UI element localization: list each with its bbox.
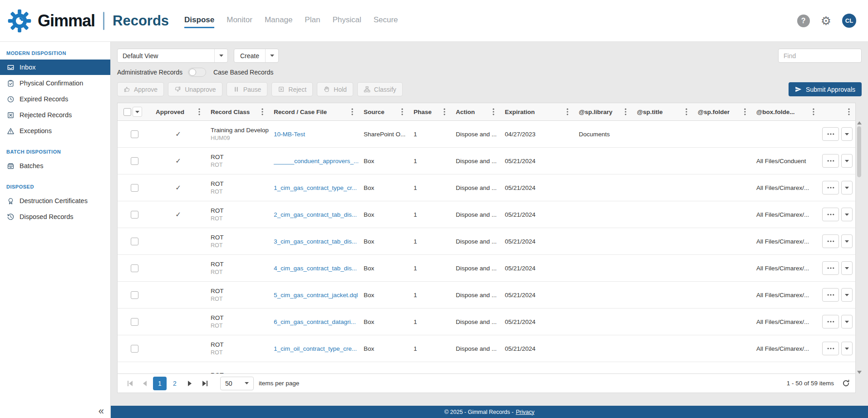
page-button-2[interactable]: 2 bbox=[168, 377, 182, 390]
record-file-link[interactable]: 1_cim_oil_contract_type_cre... bbox=[274, 345, 357, 352]
create-dropdown-arrow-icon[interactable] bbox=[265, 49, 278, 62]
find-input[interactable] bbox=[778, 49, 862, 63]
records-mode-toggle[interactable] bbox=[188, 68, 206, 77]
record-file-link[interactable]: 6_cim_gas_contract_datagri... bbox=[274, 318, 356, 325]
unapprove-button[interactable]: Unapprove bbox=[168, 82, 222, 96]
submit-approvals-button[interactable]: Submit Approvals bbox=[789, 82, 862, 96]
chevron-down-icon[interactable] bbox=[214, 49, 227, 62]
column-header-sp-folder[interactable]: @sp.folder bbox=[693, 103, 751, 120]
sidebar-item-exceptions[interactable]: Exceptions bbox=[0, 123, 110, 139]
row-dropdown-button[interactable] bbox=[841, 288, 853, 302]
row-dropdown-button[interactable] bbox=[841, 234, 853, 248]
column-menu-icon[interactable] bbox=[565, 107, 570, 116]
avatar[interactable]: CL bbox=[842, 14, 856, 28]
reject-button[interactable]: Reject bbox=[271, 82, 313, 96]
page-button-1[interactable]: 1 bbox=[153, 377, 167, 390]
record-file-link[interactable]: 4_cim_gas_contract_tab_dis... bbox=[274, 265, 357, 272]
refresh-icon[interactable] bbox=[842, 379, 850, 387]
row-more-button[interactable] bbox=[822, 127, 839, 141]
record-file-link[interactable]: 2_cim_gas_contract_tab_dis... bbox=[274, 211, 357, 218]
column-header-box-folde[interactable]: @box.folde... bbox=[751, 103, 820, 120]
scrollbar-thumb[interactable] bbox=[857, 126, 861, 177]
page-size-select[interactable]: 50 bbox=[220, 377, 254, 390]
column-menu-icon[interactable] bbox=[623, 107, 628, 116]
record-file-link[interactable]: 5_cim_gas_contract_jacket.dql bbox=[274, 292, 358, 299]
gimmal-logo[interactable]: Gimmal Records bbox=[7, 9, 169, 33]
row-dropdown-button[interactable] bbox=[841, 181, 853, 194]
sidebar-item-destruction-certificates[interactable]: Destruction Certificates bbox=[0, 193, 110, 209]
row-more-button[interactable] bbox=[822, 208, 839, 221]
column-header-phase[interactable]: Phase bbox=[409, 103, 451, 120]
row-checkbox[interactable] bbox=[131, 264, 138, 272]
select-options-arrow-icon[interactable] bbox=[133, 107, 142, 117]
column-menu-icon[interactable] bbox=[442, 107, 447, 116]
last-page-button[interactable] bbox=[198, 377, 212, 390]
row-checkbox[interactable] bbox=[131, 318, 138, 326]
row-more-button[interactable] bbox=[822, 234, 839, 248]
help-icon[interactable]: ? bbox=[797, 15, 810, 27]
approve-button[interactable]: Approve bbox=[117, 82, 164, 96]
row-more-button[interactable] bbox=[822, 154, 839, 168]
nav-physical[interactable]: Physical bbox=[332, 15, 361, 28]
column-header-record-case-file[interactable]: Record / Case File bbox=[269, 103, 359, 120]
column-header-expiration[interactable]: Expiration bbox=[500, 103, 574, 120]
row-checkbox[interactable] bbox=[131, 184, 138, 192]
sidebar-item-batches[interactable]: Batches bbox=[0, 158, 110, 174]
sidebar-collapse-button[interactable]: « bbox=[99, 406, 104, 416]
row-more-button[interactable] bbox=[822, 181, 839, 194]
grid-menu-icon[interactable] bbox=[847, 107, 851, 116]
row-dropdown-button[interactable] bbox=[841, 154, 853, 168]
column-menu-icon[interactable] bbox=[260, 107, 265, 116]
row-dropdown-button[interactable] bbox=[841, 208, 853, 221]
column-header-approved[interactable]: Approved bbox=[151, 103, 206, 120]
prev-page-button[interactable] bbox=[138, 377, 152, 390]
column-menu-icon[interactable] bbox=[684, 107, 689, 116]
column-header-sp-title[interactable]: @sp.title bbox=[632, 103, 693, 120]
first-page-button[interactable] bbox=[123, 377, 137, 390]
row-dropdown-button[interactable] bbox=[841, 315, 853, 328]
row-dropdown-button[interactable] bbox=[841, 127, 853, 141]
column-menu-icon[interactable] bbox=[743, 107, 747, 116]
scroll-up-icon[interactable] bbox=[857, 121, 862, 124]
row-dropdown-button[interactable] bbox=[841, 342, 853, 355]
hold-button[interactable]: Hold bbox=[317, 82, 353, 96]
sidebar-item-expired-records[interactable]: Expired Records bbox=[0, 91, 110, 107]
row-dropdown-button[interactable] bbox=[841, 261, 853, 275]
column-menu-icon[interactable] bbox=[491, 107, 496, 116]
classify-button[interactable]: Classify bbox=[357, 82, 403, 96]
row-more-button[interactable] bbox=[822, 315, 839, 328]
column-header-source[interactable]: Source bbox=[359, 103, 409, 120]
record-file-link[interactable]: 1_cim_gas_contract_type_cr... bbox=[274, 184, 357, 191]
row-more-button[interactable] bbox=[822, 342, 839, 355]
sidebar-item-physical-confirmation[interactable]: Physical Confirmation bbox=[0, 75, 110, 91]
sidebar-item-rejected-records[interactable]: Rejected Records bbox=[0, 107, 110, 123]
row-checkbox[interactable] bbox=[131, 157, 138, 165]
record-file-link[interactable]: 3_cim_gas_contract_tab_dis... bbox=[274, 238, 357, 245]
column-header-record-class[interactable]: Record Class bbox=[206, 103, 269, 120]
next-page-button[interactable] bbox=[183, 377, 197, 390]
column-menu-icon[interactable] bbox=[811, 107, 816, 116]
nav-manage[interactable]: Manage bbox=[265, 15, 292, 28]
row-checkbox[interactable] bbox=[131, 238, 138, 245]
select-all-checkbox[interactable] bbox=[123, 108, 131, 116]
scroll-down-icon[interactable] bbox=[857, 371, 862, 374]
column-header-action[interactable]: Action bbox=[451, 103, 500, 120]
row-more-button[interactable] bbox=[822, 288, 839, 302]
sidebar-item-inbox[interactable]: Inbox bbox=[0, 60, 110, 75]
column-menu-icon[interactable] bbox=[197, 107, 202, 116]
sidebar-item-disposed-records[interactable]: Disposed Records bbox=[0, 209, 110, 224]
column-header-sp-library[interactable]: @sp.library bbox=[574, 103, 632, 120]
column-menu-icon[interactable] bbox=[400, 107, 404, 116]
record-file-link[interactable]: ______conduent_approvers_... bbox=[274, 158, 359, 164]
create-button[interactable]: Create bbox=[234, 49, 279, 63]
record-file-link[interactable]: 10-MB-Test bbox=[274, 131, 305, 138]
row-more-button[interactable] bbox=[822, 261, 839, 275]
nav-monitor[interactable]: Monitor bbox=[227, 15, 252, 28]
gear-icon[interactable]: ⚙ bbox=[821, 15, 831, 27]
row-checkbox[interactable] bbox=[131, 211, 138, 219]
nav-secure[interactable]: Secure bbox=[374, 15, 398, 28]
vertical-scrollbar[interactable] bbox=[856, 121, 862, 374]
nav-plan[interactable]: Plan bbox=[305, 15, 320, 28]
row-checkbox[interactable] bbox=[131, 291, 138, 299]
nav-dispose[interactable]: Dispose bbox=[184, 15, 214, 28]
